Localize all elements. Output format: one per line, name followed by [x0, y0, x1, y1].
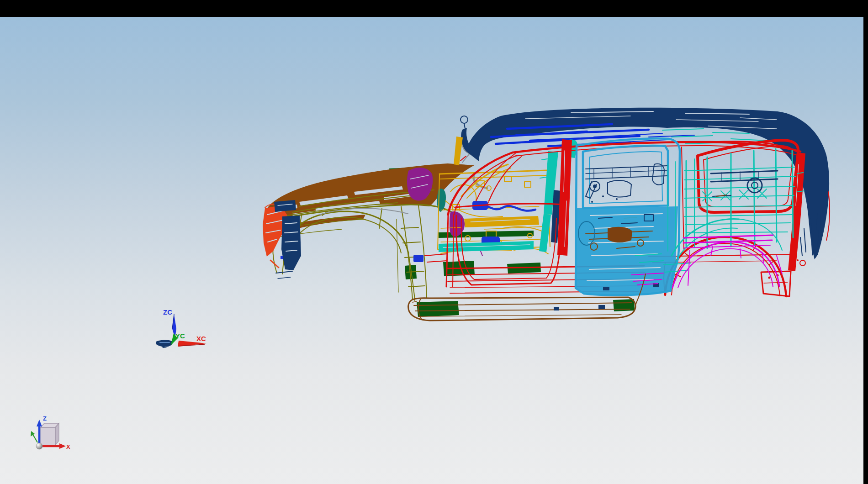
view-triad-cube-icon: [41, 423, 59, 445]
graphics-viewport-background[interactable]: [0, 17, 863, 484]
view-triad-origin-sphere[interactable]: [36, 443, 42, 449]
wcs-xc-label: XC: [196, 335, 206, 342]
wcs-zc-label: ZC: [163, 308, 172, 316]
cad-application-window: ZC YC XC Z X: [0, 0, 868, 484]
view-z-label: Z: [43, 415, 47, 422]
wcs-yc-label: YC: [175, 332, 185, 340]
view-x-label: X: [66, 443, 70, 450]
cad-canvas: ZC YC XC Z X: [0, 0, 868, 484]
